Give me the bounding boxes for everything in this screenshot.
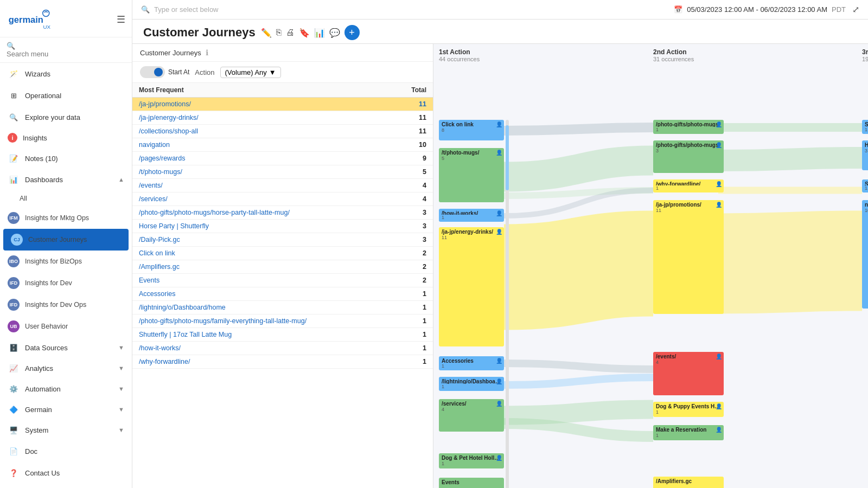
node-photo-gifts-1-col2[interactable]: /photo-gifts/photo-mugs/ 1 👤 — [653, 120, 724, 134]
table-row[interactable]: /t/photo-mugs/5 — [132, 165, 433, 179]
node-services-col1[interactable]: /services/ 4 👤 — [439, 399, 504, 432]
edit-icon[interactable]: ✏️ — [261, 28, 272, 38]
vertical-scrollbar-thumb[interactable] — [506, 125, 509, 190]
node-promotions-col2[interactable]: /ja-jp/promotions/ 11 👤 — [653, 200, 724, 314]
table-row[interactable]: Horse Party | Shutterfly3 — [132, 220, 433, 233]
search-menu-area[interactable]: 🔍 — [0, 37, 132, 63]
chart-icon[interactable]: 📊 — [314, 28, 325, 38]
table-row[interactable]: /why-forwardline/1 — [132, 355, 433, 369]
topbar: 🔍 Type or select below 📅 05/03/2023 12:0… — [132, 0, 868, 20]
node-how-it-works-col1[interactable]: /how-it-works/ 1 👤 — [439, 209, 504, 222]
sidebar-item-explore[interactable]: 🔍 Explore your data — [0, 106, 132, 128]
sidebar-section-analytics[interactable]: 📈 Analytics ▼ — [0, 358, 132, 378]
volume-select[interactable]: (Volume) Any ▼ — [220, 67, 281, 78]
user-icon: 👤 — [716, 181, 722, 187]
node-shutterfly-col3[interactable]: Shutterfly 1 — [862, 120, 868, 134]
node-horse-party-col3[interactable]: Horse Par... 3 — [862, 140, 868, 170]
chevron-down-icon: ▼ — [118, 386, 124, 392]
sidebar-section-dashboards[interactable]: 📊 Dashboards ▲ — [0, 169, 132, 190]
table-row[interactable]: /pages/rewards9 — [132, 152, 433, 165]
node-energy-drinks-col1[interactable]: /ja-jp/energy-drinks/ 11 👤 — [439, 227, 504, 346]
table-row[interactable]: navigation10 — [132, 138, 433, 152]
table-row[interactable]: Click on link2 — [132, 247, 433, 260]
table-cell-total: 4 — [392, 192, 433, 206]
table-row[interactable]: /ja-jp/promotions/11 — [132, 98, 433, 111]
node-lightning-col1[interactable]: /lightning/o/Dashboard/h... 1 👤 — [439, 377, 504, 391]
table-row[interactable]: /Daily-Pick.gc3 — [132, 233, 433, 247]
table-row[interactable]: /photo-gifts/photo-mugs/horse-party-tall… — [132, 206, 433, 220]
table-row[interactable]: /ja-jp/energy-drinks/11 — [132, 111, 433, 125]
sidebar-item-customer-journeys[interactable]: CJ Customer Journeys — [3, 229, 129, 251]
table-cell-label: /ja-jp/promotions/ — [132, 98, 392, 111]
table-cell-label: /t/photo-mugs/ — [132, 165, 392, 179]
sidebar-item-wizards[interactable]: 🪄 Wizards — [0, 63, 132, 85]
table-cell-label: Accessories — [132, 287, 392, 301]
print-icon[interactable]: 🖨 — [286, 28, 295, 37]
node-make-reservation-col2[interactable]: Make a Reservation 1 👤 — [653, 425, 724, 440]
node-navigation-col3[interactable]: navigatio... 10 — [862, 200, 868, 309]
col-header-2: 2nd Action 31 occurrences — [653, 48, 694, 62]
table-cell-label: /Daily-Pick.gc — [132, 233, 392, 247]
sidebar-item-insights-mktops[interactable]: IFM Insights for Mktg Ops — [0, 207, 132, 229]
add-button[interactable]: + — [344, 25, 360, 40]
table-row[interactable]: /services/4 — [132, 192, 433, 206]
sidebar-item-insights-bizops[interactable]: IBO Insights for BizOps — [0, 251, 132, 272]
copy-icon[interactable]: ⎘ — [276, 28, 282, 37]
table-row[interactable]: /collections/shop-all11 — [132, 125, 433, 138]
start-at-toggle[interactable] — [140, 66, 165, 78]
col2-title: 2nd Action — [653, 48, 694, 56]
svg-text:germain: germain — [9, 15, 43, 24]
node-why-forwardline-col2[interactable]: /why-forwardline/ 1 👤 — [653, 179, 724, 192]
sidebar-item-user-behavior[interactable]: UB User Behavior — [0, 316, 132, 337]
node-events-col1[interactable]: Events — [439, 478, 504, 488]
expand-icon[interactable]: ⤢ — [852, 4, 859, 15]
table-cell-label: /events/ — [132, 179, 392, 192]
search-input[interactable] — [7, 50, 125, 58]
node-small-bus-col3[interactable]: Small Bus... 1 — [862, 179, 868, 192]
table-cell-label: Click on link — [132, 247, 392, 260]
sidebar-item-all[interactable]: All — [0, 190, 132, 207]
table-cell-label: /collections/shop-all — [132, 125, 392, 138]
global-search[interactable]: 🔍 Type or select below — [141, 5, 667, 14]
page-title: Customer Journeys — [143, 25, 256, 40]
left-panel: Customer Journeys ℹ Start At Action (Vol… — [132, 44, 433, 488]
bookmark-icon[interactable]: 🔖 — [299, 28, 310, 38]
node-photo-mugs-col1[interactable]: /t/photo-mugs/ 5 👤 — [439, 148, 504, 202]
comment-icon[interactable]: 💬 — [329, 28, 340, 38]
node-accessories-col1[interactable]: Accessories 1 👤 — [439, 356, 504, 370]
sidebar-section-datasources[interactable]: 🗄️ Data Sources ▼ — [0, 337, 132, 358]
table-row[interactable]: /events/4 — [132, 179, 433, 192]
table-row[interactable]: /photo-gifts/photo-mugs/family-everythin… — [132, 314, 433, 328]
sidebar-item-notes[interactable]: 📝 Notes (10) — [0, 147, 132, 169]
node-click-on-link[interactable]: Click on link 8 👤 — [439, 120, 504, 140]
sidebar-item-operational[interactable]: ⊞ Operational — [0, 85, 132, 106]
sidebar-item-doc[interactable]: 📄 Doc — [0, 440, 132, 462]
table-cell-total: 1 — [392, 342, 433, 355]
sidebar-item-contact[interactable]: ❓ Contact Us — [0, 462, 132, 484]
node-dog-pet-col1[interactable]: Dog & Pet Hotel Hollywoo 1 👤 — [439, 453, 504, 468]
vertical-scrollbar-track[interactable] — [506, 120, 509, 488]
node-dog-puppy-col2[interactable]: Dog & Puppy Events Holly... 1 👤 — [653, 402, 724, 417]
node-events-col2[interactable]: /events/ 4 👤 — [653, 352, 724, 395]
sidebar-item-insights-dev[interactable]: IFD Insights for Dev — [0, 272, 132, 294]
table-row[interactable]: Events2 — [132, 274, 433, 287]
sidebar-section-system[interactable]: 🖥️ System ▼ — [0, 420, 132, 440]
grid-icon: ⊞ — [8, 89, 20, 101]
badge-cj: CJ — [11, 234, 23, 246]
node-photo-gifts-3-col2[interactable]: /photo-gifts/photo-mugs/ 3 👤 — [653, 140, 724, 173]
sidebar-section-automation[interactable]: ⚙️ Automation ▼ — [0, 378, 132, 399]
sidebar-section-germain[interactable]: 🔷 Germain ▼ — [0, 399, 132, 420]
node-amplifiers-col2[interactable]: /Amplifiers.gc — [653, 477, 724, 488]
user-icon: 👤 — [716, 121, 722, 127]
table-cell-label: /services/ — [132, 192, 392, 206]
badge-ifd: IFD — [8, 277, 20, 289]
table-row[interactable]: /lightning/o/Dashboard/home1 — [132, 301, 433, 314]
table-row[interactable]: /Amplifiers.gc2 — [132, 260, 433, 274]
sidebar-item-insights[interactable]: i Insights — [0, 128, 132, 147]
table-row[interactable]: Accessories1 — [132, 287, 433, 301]
toggle-group[interactable]: Start At — [140, 66, 189, 78]
table-row[interactable]: /how-it-works/1 — [132, 342, 433, 355]
sidebar-item-insights-devops[interactable]: IFD Insights for Dev Ops — [0, 294, 132, 316]
hamburger-icon[interactable]: ☰ — [117, 14, 125, 25]
table-row[interactable]: Shutterfly | 17oz Tall Latte Mug1 — [132, 328, 433, 342]
